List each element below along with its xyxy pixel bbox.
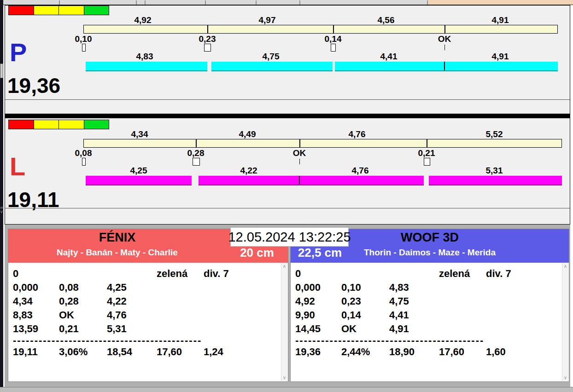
result-light-2 bbox=[58, 120, 84, 129]
table-cell: 0 bbox=[295, 268, 301, 279]
table-cell: 14,45 bbox=[295, 323, 321, 334]
team-panel-right: WOOF 3D Thorin - Daimos - Maze - Merida … bbox=[290, 229, 569, 382]
splitter-handle[interactable] bbox=[0, 63, 3, 78]
scroll-down-icon[interactable]: ∨ bbox=[562, 375, 568, 381]
run-bar bbox=[86, 176, 192, 185]
table-cell: zelená bbox=[157, 268, 187, 279]
run-time-label: 4,41 bbox=[380, 52, 398, 61]
split-time-label: 4,56 bbox=[378, 16, 395, 25]
lane-letter-l: L bbox=[10, 153, 25, 180]
table-total-cell: 17,60 bbox=[157, 346, 182, 357]
split-time-label: 4,34 bbox=[131, 130, 148, 139]
penalty-box bbox=[331, 44, 336, 52]
team-name: FÉNIX bbox=[8, 231, 226, 245]
table-cell: 0,28 bbox=[59, 296, 79, 307]
table-cell: 5,31 bbox=[107, 323, 127, 334]
penalty-label: 0,23 bbox=[199, 35, 216, 44]
scroll-up-icon[interactable]: ∧ bbox=[562, 263, 568, 270]
toolbar-tick bbox=[205, 0, 206, 5]
table-cell: 4,76 bbox=[107, 310, 127, 321]
toolbar-tick bbox=[136, 0, 137, 5]
team-results-table[interactable]: 0zelenádiv. 70,0000,084,254,340,284,228,… bbox=[8, 263, 281, 381]
lane-total-l: 19,11 bbox=[7, 189, 59, 210]
table-cell: 4,34 bbox=[13, 296, 33, 307]
table-cell: 0,14 bbox=[341, 310, 361, 321]
run-time-label: 4,75 bbox=[263, 52, 280, 61]
table-cell: 4,22 bbox=[107, 296, 127, 307]
table-cell: OK bbox=[59, 310, 74, 321]
split-time-label: 4,92 bbox=[134, 16, 152, 25]
team-results-table[interactable]: 0zelenádiv. 70,0000,104,834,920,234,759,… bbox=[291, 263, 562, 381]
result-light-2 bbox=[58, 6, 84, 15]
table-total-cell: 19,36 bbox=[295, 346, 321, 357]
penalty-label: 0,10 bbox=[75, 35, 92, 44]
table-total-cell: 3,06% bbox=[59, 346, 88, 357]
table-total-cell: 18,90 bbox=[389, 346, 415, 357]
table-total-cell: 18,54 bbox=[107, 346, 132, 357]
table-cell: 0,10 bbox=[341, 282, 361, 293]
result-light-3 bbox=[84, 120, 109, 129]
run-time-label: 5,31 bbox=[486, 166, 503, 175]
run-bar bbox=[335, 62, 558, 71]
result-lights-strip bbox=[8, 120, 109, 129]
scroll-down-icon[interactable]: ∨ bbox=[281, 375, 287, 381]
table-cell: 13,59 bbox=[13, 323, 38, 334]
split-time-label: 5,52 bbox=[486, 130, 503, 139]
table-cell: 0,000 bbox=[295, 282, 321, 293]
toolbar-tick bbox=[256, 0, 257, 5]
split-bar-divider bbox=[444, 25, 445, 33]
table-cell: 4,91 bbox=[389, 323, 409, 334]
datetime-display: 12.05.2024 13:22:25 bbox=[230, 227, 349, 247]
table-separator: ----------------------------------------… bbox=[295, 334, 512, 346]
table-scrollbar[interactable]: ∧ ∨ bbox=[281, 263, 287, 381]
scroll-up-icon[interactable]: ∧ bbox=[281, 263, 287, 270]
team-jump-height: 22,5 cm bbox=[291, 246, 349, 260]
split-time-label: 4,49 bbox=[239, 130, 256, 139]
run-bar-divider bbox=[444, 62, 445, 70]
result-light-0 bbox=[9, 120, 34, 129]
toolbar-tick bbox=[59, 0, 60, 5]
table-cell: 4,75 bbox=[389, 296, 409, 307]
table-separator: ----------------------------------------… bbox=[13, 334, 229, 346]
split-time-label: 4,91 bbox=[492, 16, 509, 25]
result-lights-strip bbox=[8, 6, 109, 15]
table-cell: div. 7 bbox=[486, 268, 511, 279]
table-cell: 4,83 bbox=[389, 282, 409, 293]
lane-underline bbox=[5, 99, 570, 100]
split-bar bbox=[83, 25, 558, 34]
team-panel-left: FÉNIX Najty - Banán - Maty - Charlie 20 … bbox=[8, 229, 288, 382]
lane-total-p: 19,36 bbox=[7, 75, 60, 96]
table-total-cell: 2,44% bbox=[341, 346, 370, 357]
table-cell: 4,41 bbox=[389, 310, 409, 321]
table-cell: 0 bbox=[13, 268, 18, 279]
penalty-label: OK bbox=[293, 149, 306, 158]
left-rail: H V bbox=[0, 0, 3, 387]
penalty-label: 0,21 bbox=[418, 149, 435, 158]
rail-label-v: V bbox=[0, 210, 3, 213]
run-time-label: 4,22 bbox=[240, 166, 257, 175]
run-bar bbox=[199, 176, 424, 185]
penalty-box bbox=[204, 44, 211, 52]
penalty-box bbox=[424, 158, 430, 166]
toolbar-tick bbox=[299, 0, 300, 5]
table-cell: 4,25 bbox=[107, 282, 127, 293]
run-bar bbox=[429, 176, 562, 185]
table-cell: 0,21 bbox=[59, 323, 79, 334]
table-cell: 0,08 bbox=[59, 282, 79, 293]
penalty-ok-mark bbox=[444, 45, 445, 50]
toolbar-tick bbox=[427, 0, 428, 5]
table-cell: 8,83 bbox=[13, 310, 33, 321]
penalty-box bbox=[82, 158, 86, 166]
penalty-box bbox=[82, 44, 86, 52]
table-cell: zelená bbox=[439, 268, 470, 279]
toolbar-peach-pane bbox=[428, 0, 573, 5]
table-cell: 4,92 bbox=[295, 296, 315, 307]
team-dogs: Najty - Banán - Maty - Charlie bbox=[8, 248, 226, 258]
result-light-1 bbox=[34, 6, 59, 15]
table-total-cell: 19,11 bbox=[13, 346, 38, 357]
split-bar-divider bbox=[207, 25, 208, 33]
run-time-label: 4,25 bbox=[130, 166, 147, 175]
split-bar-divider bbox=[427, 139, 427, 147]
table-scrollbar[interactable]: ∧ ∨ bbox=[562, 263, 568, 381]
penalty-ok-mark bbox=[299, 159, 300, 164]
